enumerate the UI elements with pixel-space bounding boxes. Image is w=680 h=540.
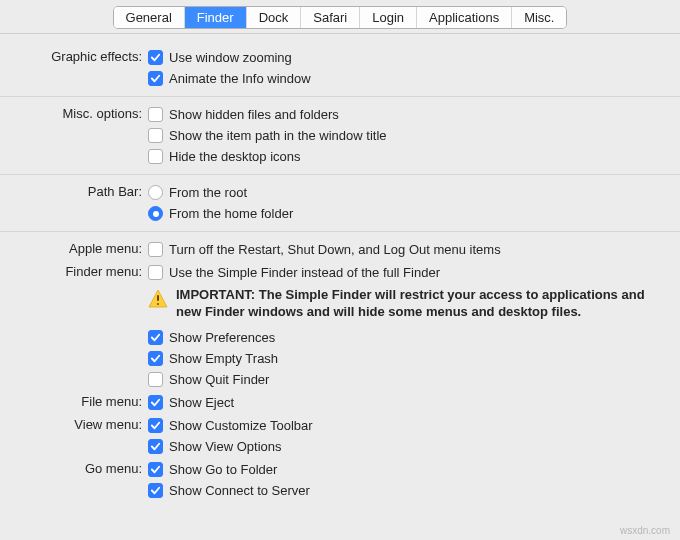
option-animate-info-window: Animate the Info window: [169, 71, 311, 86]
option-show-empty-trash: Show Empty Trash: [169, 351, 278, 366]
section-misc-options: Misc. options: Show hidden files and fol…: [0, 97, 680, 175]
option-hide-desktop-icons: Hide the desktop icons: [169, 149, 301, 164]
checkbox-show-customize-toolbar[interactable]: [148, 418, 163, 433]
option-show-customize-toolbar: Show Customize Toolbar: [169, 418, 313, 433]
label-apple-menu: Apple menu:: [0, 239, 148, 256]
tab-dock[interactable]: Dock: [247, 7, 302, 28]
label-go-menu: Go menu:: [0, 459, 148, 476]
radio-from-root[interactable]: [148, 185, 163, 200]
option-use-window-zooming: Use window zooming: [169, 50, 292, 65]
option-from-root: From the root: [169, 185, 247, 200]
checkbox-use-window-zooming[interactable]: [148, 50, 163, 65]
checkbox-show-empty-trash[interactable]: [148, 351, 163, 366]
settings-panel: Graphic effects: Use window zooming Anim…: [0, 34, 680, 508]
warning-text: IMPORTANT: The Simple Finder will restri…: [176, 287, 666, 321]
tab-login[interactable]: Login: [360, 7, 417, 28]
warning-icon: [148, 287, 168, 312]
checkbox-use-simple-finder[interactable]: [148, 265, 163, 280]
tab-bar: General Finder Dock Safari Login Applica…: [0, 0, 680, 34]
tab-applications[interactable]: Applications: [417, 7, 512, 28]
option-use-simple-finder: Use the Simple Finder instead of the ful…: [169, 265, 440, 280]
tab-misc[interactable]: Misc.: [512, 7, 566, 28]
radio-from-home[interactable]: [148, 206, 163, 221]
checkbox-show-connect-to-server[interactable]: [148, 483, 163, 498]
label-finder-menu: Finder menu:: [0, 262, 148, 279]
tab-finder[interactable]: Finder: [185, 7, 247, 28]
option-show-view-options: Show View Options: [169, 439, 282, 454]
option-show-connect-to-server: Show Connect to Server: [169, 483, 310, 498]
svg-rect-0: [157, 295, 159, 301]
checkbox-show-preferences[interactable]: [148, 330, 163, 345]
label-graphic-effects: Graphic effects:: [0, 47, 148, 64]
option-show-preferences: Show Preferences: [169, 330, 275, 345]
footer-watermark: wsxdn.com: [620, 525, 670, 536]
option-turn-off-restart: Turn off the Restart, Shut Down, and Log…: [169, 242, 501, 257]
checkbox-animate-info-window[interactable]: [148, 71, 163, 86]
option-from-home: From the home folder: [169, 206, 293, 221]
checkbox-show-eject[interactable]: [148, 395, 163, 410]
label-view-menu: View menu:: [0, 415, 148, 432]
svg-rect-1: [157, 303, 159, 305]
checkbox-show-hidden-files[interactable]: [148, 107, 163, 122]
option-show-go-to-folder: Show Go to Folder: [169, 462, 277, 477]
tab-general[interactable]: General: [114, 7, 185, 28]
option-show-quit-finder: Show Quit Finder: [169, 372, 269, 387]
checkbox-hide-desktop-icons[interactable]: [148, 149, 163, 164]
checkbox-show-view-options[interactable]: [148, 439, 163, 454]
checkbox-show-go-to-folder[interactable]: [148, 462, 163, 477]
checkbox-show-quit-finder[interactable]: [148, 372, 163, 387]
option-show-eject: Show Eject: [169, 395, 234, 410]
label-path-bar: Path Bar:: [0, 182, 148, 199]
option-show-item-path: Show the item path in the window title: [169, 128, 387, 143]
tab-safari[interactable]: Safari: [301, 7, 360, 28]
option-show-hidden-files: Show hidden files and folders: [169, 107, 339, 122]
label-file-menu: File menu:: [0, 392, 148, 409]
section-path-bar: Path Bar: From the root From the home fo…: [0, 175, 680, 232]
label-misc-options: Misc. options:: [0, 104, 148, 121]
checkbox-show-item-path[interactable]: [148, 128, 163, 143]
tabs-container: General Finder Dock Safari Login Applica…: [113, 6, 568, 29]
section-menus: Apple menu: Turn off the Restart, Shut D…: [0, 232, 680, 508]
section-graphic-effects: Graphic effects: Use window zooming Anim…: [0, 40, 680, 97]
checkbox-turn-off-restart[interactable]: [148, 242, 163, 257]
